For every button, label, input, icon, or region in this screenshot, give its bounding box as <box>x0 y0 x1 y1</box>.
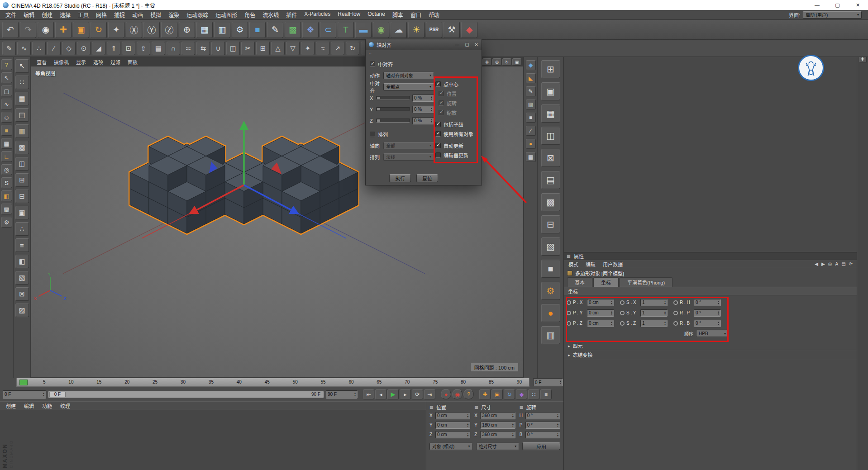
stepper-icon[interactable] <box>512 423 514 427</box>
mirror-icon[interactable]: ◫ <box>226 42 240 55</box>
record-pla-icon[interactable]: ∷ <box>528 389 539 399</box>
record-rotation-icon[interactable]: ↻ <box>504 389 515 399</box>
cube-grid-icon[interactable]: ⊞ <box>541 60 560 78</box>
stepper-icon[interactable] <box>431 119 432 123</box>
matrix-extrude-icon[interactable]: ▤ <box>152 42 165 55</box>
attribute-tab[interactable]: 平滑着色(Phong) <box>620 277 672 287</box>
stepper-icon[interactable] <box>557 432 558 437</box>
array-icon[interactable]: ❖ <box>302 22 319 38</box>
selection-cursor-icon[interactable]: ↖ <box>1 72 12 83</box>
next-frame-button[interactable]: ▸ <box>400 389 411 399</box>
menu-item[interactable]: 插件 <box>282 11 300 19</box>
cube-rows-icon[interactable]: ▤ <box>541 171 560 189</box>
menu-item[interactable]: 文件 <box>2 11 20 19</box>
snap-icon[interactable]: S <box>1 177 12 188</box>
size-input[interactable]: 180 cm <box>480 422 515 429</box>
reset-button[interactable]: 复位 <box>416 174 438 182</box>
cursor-icon[interactable]: ↖ <box>15 59 29 73</box>
last-tool-icon[interactable]: ✦ <box>108 22 124 38</box>
stepper-icon[interactable] <box>718 311 719 315</box>
scissors-icon[interactable]: ✂ <box>241 42 255 55</box>
stepper-icon[interactable] <box>611 311 612 315</box>
viewport-menu-item[interactable]: 过滤 <box>107 58 124 66</box>
keyframe-presets-icon[interactable]: ≡ <box>540 389 552 399</box>
viewport-menu-item[interactable]: 显示 <box>72 58 90 66</box>
point-tool-icon[interactable]: ∴ <box>32 42 46 55</box>
bevel-icon[interactable]: ◢ <box>92 42 105 55</box>
solid-grid-icon[interactable]: ▣ <box>15 206 29 219</box>
option-checkbox[interactable] <box>435 81 441 87</box>
triangulate-icon[interactable]: △ <box>271 42 285 55</box>
redo-icon[interactable]: ↷ <box>20 22 36 38</box>
position-input[interactable]: 0 cm <box>435 412 470 419</box>
position-input[interactable]: 0 cm <box>435 431 470 438</box>
cube-shade-icon[interactable]: ▧ <box>541 237 560 256</box>
stepper-icon[interactable] <box>512 413 514 418</box>
cube-block-icon[interactable]: ■ <box>541 260 560 278</box>
menu-item[interactable]: 窗口 <box>407 11 425 19</box>
pan-view-icon[interactable]: ✚ <box>482 58 491 66</box>
viewport-menu-item[interactable]: 查看 <box>33 58 50 66</box>
spline-tool-icon[interactable]: ∿ <box>1 99 12 109</box>
axis-slider[interactable] <box>376 96 410 100</box>
axis-slider[interactable] <box>376 119 410 123</box>
menu-item[interactable]: 脚本 <box>389 11 407 19</box>
history-back-icon[interactable]: ◀ <box>815 261 818 266</box>
position-input[interactable]: 0 cm <box>587 309 614 317</box>
dialog-minimize-button[interactable]: — <box>455 42 459 47</box>
zoom-view-icon[interactable]: ⊕ <box>492 58 501 66</box>
play-button[interactable]: ▶ <box>387 389 399 399</box>
dialog-titlebar[interactable]: 轴对齐 —▢✕ <box>366 39 482 50</box>
cube-primitive-icon[interactable]: ■ <box>249 22 266 38</box>
polygon-tool-icon[interactable]: ◇ <box>1 112 12 123</box>
model-mode-icon[interactable]: ■ <box>1 125 12 136</box>
render-picture-viewer-icon[interactable]: ▥ <box>214 22 230 38</box>
material-menu-item[interactable]: 纹理 <box>56 402 74 409</box>
attribute-tab[interactable]: 坐标 <box>593 277 619 287</box>
option-checkbox[interactable] <box>439 110 444 115</box>
normal-move-icon[interactable]: ↗ <box>331 42 344 55</box>
cube-minus-icon[interactable]: ⊟ <box>541 215 560 233</box>
stepper-icon[interactable] <box>664 321 666 326</box>
axis-percent-field[interactable]: 0 % <box>412 95 434 102</box>
position-input[interactable]: 0 cm <box>435 422 470 429</box>
refresh-icon[interactable]: ⟳ <box>849 261 853 266</box>
sphere-tool-icon[interactable]: ● <box>541 304 560 322</box>
stepper-icon[interactable] <box>431 107 432 112</box>
help-icon[interactable]: ? <box>1 59 12 70</box>
arc-tool-icon[interactable]: ∿ <box>17 42 31 55</box>
live-selection-icon[interactable]: ◉ <box>38 22 54 38</box>
record-position-icon[interactable]: ✚ <box>479 389 491 399</box>
maximize-button[interactable]: ▢ <box>827 0 848 10</box>
minus-grid-icon[interactable]: ⊟ <box>15 190 29 203</box>
end-frame-input[interactable]: 90 F <box>326 390 358 399</box>
melt-icon[interactable]: ≈ <box>316 42 329 55</box>
stepper-icon[interactable] <box>354 392 356 397</box>
bend-deformer-icon[interactable]: ⊂ <box>320 22 336 38</box>
sky-object-icon[interactable]: ☁ <box>391 22 407 38</box>
cube-columns-icon[interactable]: ▥ <box>541 326 560 344</box>
material-menu-item[interactable]: 功能 <box>38 402 56 409</box>
text-mode-icon[interactable]: A <box>835 261 838 266</box>
keyframe-dot-icon[interactable] <box>567 300 571 305</box>
menu-item[interactable]: 创建 <box>38 11 56 19</box>
axis-percent-field[interactable]: 0 % <box>412 117 434 124</box>
current-frame-input[interactable]: 0 F <box>3 390 46 399</box>
stitch-icon[interactable]: ≍ <box>181 42 195 55</box>
order-select[interactable]: HPB <box>696 330 729 337</box>
knife-icon[interactable]: ∕ <box>47 42 61 55</box>
smooth-shift-icon[interactable]: ⇧ <box>137 42 150 55</box>
goto-start-button[interactable]: ⇤ <box>363 389 374 399</box>
menu-item[interactable]: 角色 <box>241 11 259 19</box>
grid-lock-icon[interactable]: ▩ <box>1 204 12 214</box>
axis-slider[interactable] <box>376 107 410 111</box>
stepper-icon[interactable] <box>467 413 468 418</box>
cube-array-icon[interactable]: ▦ <box>541 104 560 123</box>
scale-input[interactable]: 1 <box>640 320 668 327</box>
keyframe-dot-icon[interactable] <box>567 321 571 326</box>
floor-object-icon[interactable]: ▬ <box>355 22 372 38</box>
keyframe-selection-icon[interactable]: ? <box>463 389 474 399</box>
coord-system-icon[interactable]: ⊕ <box>179 22 195 38</box>
rotation-input[interactable]: 0 ° <box>525 412 560 419</box>
close-polygon-icon[interactable]: ◇ <box>62 42 76 55</box>
